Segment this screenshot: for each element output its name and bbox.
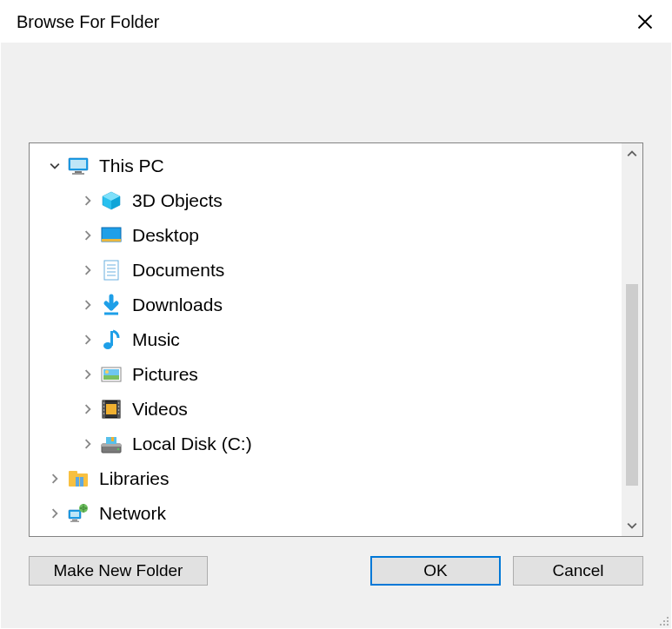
expander-closed[interactable] <box>47 471 63 487</box>
tree-label: This PC <box>99 156 164 176</box>
chevron-right-icon <box>83 334 93 345</box>
content-area: This PC 3D Objects <box>1 43 671 628</box>
tree-item-local-disk[interactable]: Local Disk (C:) <box>30 427 622 461</box>
svg-rect-44 <box>72 520 77 521</box>
expander-closed[interactable] <box>80 262 96 278</box>
chevron-right-icon <box>83 439 93 449</box>
tree-item-libraries[interactable]: Libraries <box>30 461 622 496</box>
tree-list[interactable]: This PC 3D Objects <box>30 143 622 536</box>
tree-item-documents[interactable]: Documents <box>30 253 622 288</box>
svg-rect-39 <box>69 471 77 475</box>
scroll-track[interactable] <box>622 164 642 515</box>
tree-item-desktop[interactable]: Desktop <box>30 218 622 253</box>
svg-rect-9 <box>104 261 118 280</box>
svg-rect-34 <box>102 444 121 447</box>
svg-point-50 <box>660 624 662 626</box>
tree-item-3d-objects[interactable]: 3D Objects <box>30 183 622 218</box>
svg-rect-37 <box>111 437 114 441</box>
svg-rect-45 <box>70 521 79 523</box>
pictures-icon <box>99 362 123 387</box>
svg-rect-2 <box>75 171 82 173</box>
browse-folder-dialog: Browse For Folder This PC <box>0 0 672 629</box>
music-icon <box>99 328 123 352</box>
svg-point-51 <box>663 624 665 626</box>
tree-label: Music <box>132 329 180 350</box>
svg-rect-3 <box>72 173 84 175</box>
svg-point-32 <box>118 413 120 414</box>
svg-point-49 <box>667 620 669 622</box>
svg-point-31 <box>118 409 120 411</box>
tree-item-music[interactable]: Music <box>30 322 622 357</box>
tree-item-network[interactable]: Network <box>30 496 622 531</box>
chevron-right-icon <box>83 265 93 275</box>
tree-label: Network <box>99 503 166 524</box>
make-new-folder-button[interactable]: Make New Folder <box>29 556 208 586</box>
svg-point-52 <box>667 624 669 626</box>
close-icon <box>637 14 653 30</box>
titlebar: Browse For Folder <box>1 1 671 43</box>
this-pc-icon <box>66 154 90 178</box>
downloads-icon <box>99 293 123 317</box>
window-title: Browse For Folder <box>17 12 160 32</box>
expander-closed[interactable] <box>47 506 63 521</box>
expander-open[interactable] <box>47 158 63 174</box>
chevron-right-icon <box>83 404 93 414</box>
svg-point-48 <box>663 620 665 622</box>
documents-icon <box>99 258 123 282</box>
expander-closed[interactable] <box>80 401 96 417</box>
scroll-thumb[interactable] <box>626 284 638 486</box>
svg-point-25 <box>103 402 105 404</box>
chevron-down-icon <box>50 161 60 171</box>
tree-item-videos[interactable]: Videos <box>30 392 622 427</box>
tree-label: Libraries <box>99 468 170 489</box>
tree-label: Downloads <box>132 295 223 315</box>
svg-rect-22 <box>106 404 116 414</box>
close-button[interactable] <box>619 1 671 43</box>
tree-label: Local Disk (C:) <box>132 434 252 454</box>
disk-icon <box>99 432 123 456</box>
svg-rect-1 <box>70 160 86 169</box>
3d-objects-icon <box>99 189 123 213</box>
tree-label: Documents <box>132 260 224 281</box>
chevron-down-icon <box>627 520 637 531</box>
chevron-right-icon <box>50 473 60 484</box>
network-icon <box>66 501 90 526</box>
expander-closed[interactable] <box>80 436 96 452</box>
resize-grip-icon[interactable] <box>656 613 670 627</box>
ok-button[interactable]: OK <box>370 556 501 586</box>
scroll-down-button[interactable] <box>622 515 642 536</box>
tree-label: 3D Objects <box>132 190 223 211</box>
expander-closed[interactable] <box>80 332 96 348</box>
chevron-right-icon <box>83 369 93 380</box>
expander-closed[interactable] <box>80 193 96 209</box>
svg-point-47 <box>667 617 669 619</box>
videos-icon <box>99 397 123 421</box>
button-row: Make New Folder OK Cancel <box>29 556 643 586</box>
svg-rect-16 <box>110 331 113 346</box>
desktop-icon <box>99 223 123 248</box>
svg-rect-41 <box>80 477 83 487</box>
tree-item-downloads[interactable]: Downloads <box>30 288 622 322</box>
tree-label: Videos <box>132 399 188 420</box>
svg-rect-43 <box>70 512 79 517</box>
vertical-scrollbar[interactable] <box>622 143 642 536</box>
svg-point-28 <box>103 413 105 414</box>
chevron-right-icon <box>83 300 93 310</box>
tree-label: Pictures <box>132 364 198 385</box>
cancel-button[interactable]: Cancel <box>513 556 643 586</box>
svg-point-30 <box>118 406 120 407</box>
svg-point-29 <box>118 402 120 404</box>
scroll-up-button[interactable] <box>622 143 642 164</box>
folder-tree: This PC 3D Objects <box>29 142 643 537</box>
tree-item-pictures[interactable]: Pictures <box>30 357 622 392</box>
expander-closed[interactable] <box>80 228 96 243</box>
expander-closed[interactable] <box>80 367 96 382</box>
svg-point-35 <box>117 448 120 451</box>
svg-point-20 <box>105 370 109 374</box>
chevron-right-icon <box>83 230 93 241</box>
tree-item-this-pc[interactable]: This PC <box>30 149 622 183</box>
expander-closed[interactable] <box>80 297 96 313</box>
chevron-right-icon <box>50 508 60 519</box>
svg-point-26 <box>103 406 105 407</box>
svg-point-27 <box>103 409 105 411</box>
